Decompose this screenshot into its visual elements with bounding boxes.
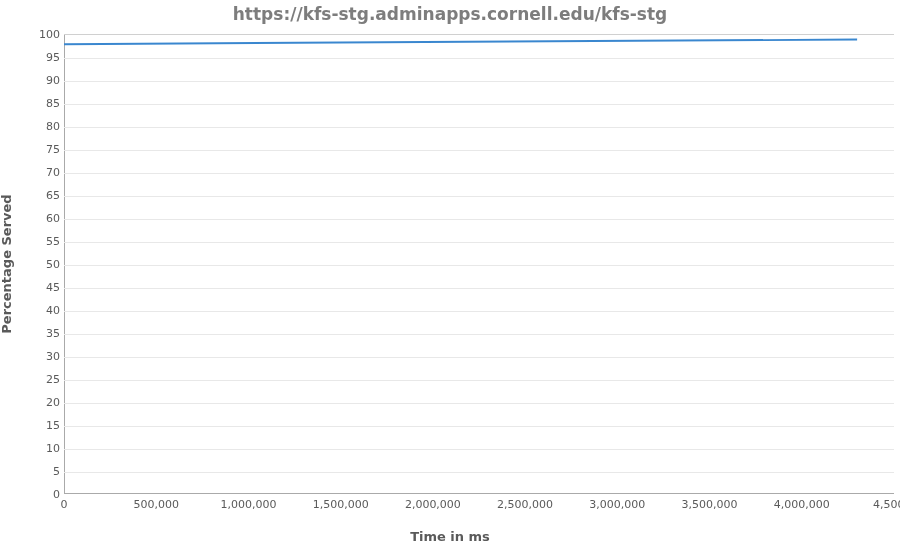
gridline — [64, 265, 894, 266]
svg-line-0 — [64, 40, 857, 45]
gridline — [64, 311, 894, 312]
gridline — [64, 81, 894, 82]
x-tick-label: 4,500,0 — [873, 498, 900, 511]
gridline — [64, 288, 894, 289]
y-tick-label: 95 — [10, 51, 60, 64]
x-tick-label: 2,500,000 — [497, 498, 553, 511]
x-tick-label: 0 — [61, 498, 68, 511]
y-tick-label: 100 — [10, 28, 60, 41]
x-tick-label: 500,000 — [133, 498, 179, 511]
y-tick-label: 60 — [10, 212, 60, 225]
y-tick-label: 50 — [10, 258, 60, 271]
y-tick-label: 10 — [10, 442, 60, 455]
y-tick-label: 70 — [10, 166, 60, 179]
gridline — [64, 449, 894, 450]
y-tick-label: 40 — [10, 304, 60, 317]
gridline — [64, 426, 894, 427]
gridline — [64, 242, 894, 243]
x-tick-label: 1,000,000 — [220, 498, 276, 511]
x-tick-label: 1,500,000 — [313, 498, 369, 511]
gridline — [64, 380, 894, 381]
gridline — [64, 58, 894, 59]
gridline — [64, 127, 894, 128]
y-tick-label: 90 — [10, 74, 60, 87]
y-tick-label: 25 — [10, 373, 60, 386]
y-tick-label: 20 — [10, 396, 60, 409]
gridline — [64, 472, 894, 473]
gridline — [64, 334, 894, 335]
x-tick-label: 3,500,000 — [682, 498, 738, 511]
x-axis-label: Time in ms — [0, 529, 900, 544]
x-tick-label: 4,000,000 — [774, 498, 830, 511]
gridline — [64, 403, 894, 404]
y-tick-label: 0 — [10, 488, 60, 501]
x-tick-label: 3,000,000 — [589, 498, 645, 511]
y-tick-label: 15 — [10, 419, 60, 432]
y-tick-label: 65 — [10, 189, 60, 202]
gridline — [64, 104, 894, 105]
y-tick-label: 85 — [10, 97, 60, 110]
y-tick-label: 45 — [10, 281, 60, 294]
chart-container: https://kfs-stg.adminapps.cornell.edu/kf… — [0, 0, 900, 550]
plot-area — [64, 34, 894, 494]
y-tick-label: 35 — [10, 327, 60, 340]
chart-title: https://kfs-stg.adminapps.cornell.edu/kf… — [0, 4, 900, 24]
gridline — [64, 150, 894, 151]
y-tick-label: 55 — [10, 235, 60, 248]
gridline — [64, 357, 894, 358]
y-tick-label: 5 — [10, 465, 60, 478]
x-tick-label: 2,000,000 — [405, 498, 461, 511]
y-tick-label: 80 — [10, 120, 60, 133]
gridline — [64, 196, 894, 197]
gridline — [64, 173, 894, 174]
gridline — [64, 219, 894, 220]
y-tick-label: 75 — [10, 143, 60, 156]
y-tick-label: 30 — [10, 350, 60, 363]
